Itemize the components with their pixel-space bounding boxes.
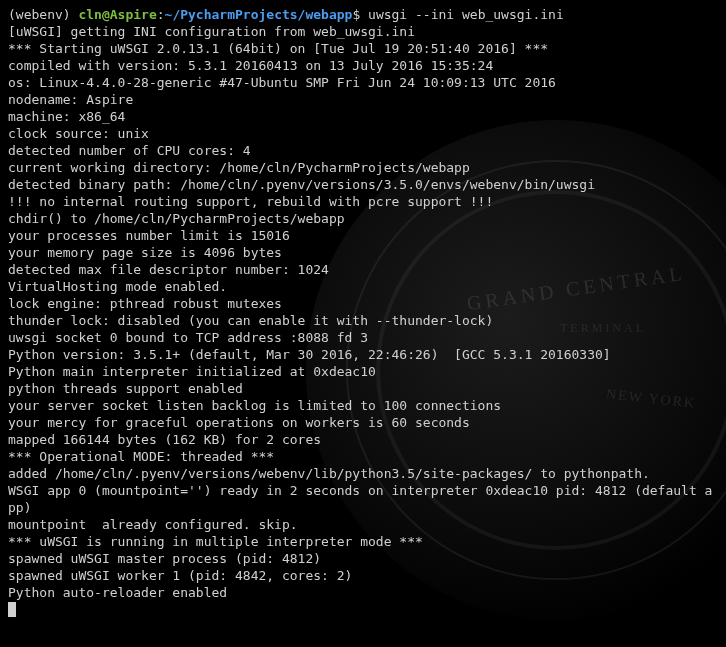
terminal-cursor xyxy=(8,602,16,617)
output-line: spawned uWSGI master process (pid: 4812) xyxy=(8,550,718,567)
output-line: nodename: Aspire xyxy=(8,91,718,108)
output-line: compiled with version: 5.3.1 20160413 on… xyxy=(8,57,718,74)
output-line: *** Operational MODE: threaded *** xyxy=(8,448,718,465)
output-line: your memory page size is 4096 bytes xyxy=(8,244,718,261)
output-line: [uWSGI] getting INI configuration from w… xyxy=(8,23,718,40)
prompt-line: (webenv) cln@Aspire:~/PycharmProjects/we… xyxy=(8,6,718,23)
output-line: Python main interpreter initialized at 0… xyxy=(8,363,718,380)
prompt-colon: : xyxy=(157,7,165,22)
prompt-env: (webenv) xyxy=(8,7,71,22)
output-line: your mercy for graceful operations on wo… xyxy=(8,414,718,431)
output-line: uwsgi socket 0 bound to TCP address :808… xyxy=(8,329,718,346)
output-line: WSGI app 0 (mountpoint='') ready in 2 se… xyxy=(8,482,718,516)
output-line: added /home/cln/.pyenv/versions/webenv/l… xyxy=(8,465,718,482)
output-line: mapped 166144 bytes (162 KB) for 2 cores xyxy=(8,431,718,448)
output-line: VirtualHosting mode enabled. xyxy=(8,278,718,295)
output-line: spawned uWSGI worker 1 (pid: 4842, cores… xyxy=(8,567,718,584)
output-line: lock engine: pthread robust mutexes xyxy=(8,295,718,312)
output-line: *** uWSGI is running in multiple interpr… xyxy=(8,533,718,550)
output-line: machine: x86_64 xyxy=(8,108,718,125)
output-line: python threads support enabled xyxy=(8,380,718,397)
prompt-path: ~/PycharmProjects/webapp xyxy=(165,7,353,22)
output-line: !!! no internal routing support, rebuild… xyxy=(8,193,718,210)
output-line: current working directory: /home/cln/Pyc… xyxy=(8,159,718,176)
output-line: os: Linux-4.4.0-28-generic #47-Ubuntu SM… xyxy=(8,74,718,91)
output-line: chdir() to /home/cln/PycharmProjects/web… xyxy=(8,210,718,227)
output-line: mountpoint already configured. skip. xyxy=(8,516,718,533)
output-line: *** Starting uWSGI 2.0.13.1 (64bit) on [… xyxy=(8,40,718,57)
output-line: detected binary path: /home/cln/.pyenv/v… xyxy=(8,176,718,193)
output-line: your processes number limit is 15016 xyxy=(8,227,718,244)
terminal-output[interactable]: (webenv) cln@Aspire:~/PycharmProjects/we… xyxy=(0,0,726,624)
output-line: clock source: unix xyxy=(8,125,718,142)
prompt-user-host: cln@Aspire xyxy=(78,7,156,22)
output-line: your server socket listen backlog is lim… xyxy=(8,397,718,414)
command-text: uwsgi --ini web_uwsgi.ini xyxy=(368,7,564,22)
output-line: Python version: 3.5.1+ (default, Mar 30 … xyxy=(8,346,718,363)
cursor-line xyxy=(8,601,718,618)
output-line: detected number of CPU cores: 4 xyxy=(8,142,718,159)
output-line: Python auto-reloader enabled xyxy=(8,584,718,601)
output-line: detected max file descriptor number: 102… xyxy=(8,261,718,278)
prompt-dollar: $ xyxy=(352,7,360,22)
output-line: thunder lock: disabled (you can enable i… xyxy=(8,312,718,329)
